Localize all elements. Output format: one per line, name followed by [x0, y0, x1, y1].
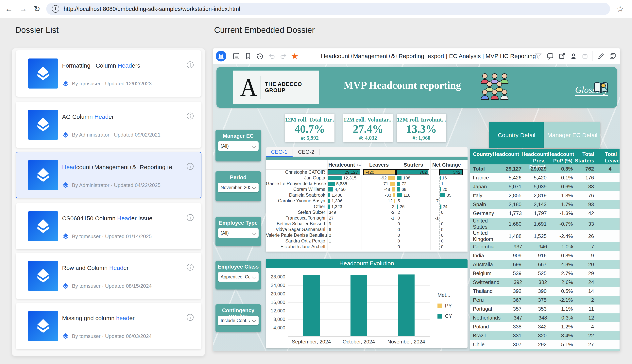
- dossier-card[interactable]: Headcount+Management+&+Reporting+e... By…: [16, 152, 201, 198]
- country-col-header[interactable]: Headcount PoP (%): [547, 148, 575, 164]
- comment-icon[interactable]: [545, 51, 555, 61]
- y-axis-line: [288, 273, 288, 336]
- country-col-header[interactable]: Headcount: [493, 148, 521, 164]
- dossier-card[interactable]: Missing grid column header By tqmsuser ·…: [16, 303, 201, 349]
- net-change-axis: [439, 181, 440, 186]
- dossier-card-title[interactable]: Formatting - Column Headers: [62, 62, 173, 69]
- grid-header-starters[interactable]: Starters: [396, 160, 430, 169]
- cell-leavers: [362, 227, 396, 232]
- forward-icon[interactable]: →: [18, 4, 29, 14]
- tab-ceo-2[interactable]: CEO-2: [293, 147, 320, 157]
- grid-header-leavers[interactable]: Leavers: [362, 160, 396, 169]
- kpi-count: #: 1,960: [397, 135, 446, 141]
- manager-name: Vidya Sagar Gannamani: [266, 227, 327, 232]
- country-col-header[interactable]: Country: [470, 148, 493, 164]
- info-icon[interactable]: [186, 314, 194, 321]
- headcount-bar: [328, 199, 330, 203]
- info-icon[interactable]: [186, 264, 194, 271]
- country-value: 27: [575, 342, 596, 348]
- filter-dropdown[interactable]: (All): [218, 228, 259, 238]
- dossier-card[interactable]: Row and Column Header By tqmsuser · Upda…: [16, 253, 201, 299]
- dossier-card-title[interactable]: AG Column Header: [62, 114, 173, 120]
- tab-manager-ec-detail[interactable]: Manager EC Detail: [544, 122, 600, 148]
- dossier-card-title[interactable]: Row and Column Header: [62, 264, 173, 271]
- account-icon[interactable]: [568, 51, 579, 61]
- dossier-canvas: A THE ADECCO GROUP MVP Headcount reporti…: [213, 64, 620, 351]
- dossier-card[interactable]: CS0684150 Column Header Issue By tqmsuse…: [16, 203, 201, 250]
- cell-headcount: 12,315: [327, 175, 362, 181]
- manager-grid: Headcount↓≡ Leavers Starters Net Change …: [266, 157, 467, 252]
- chevron-down-icon: [252, 186, 256, 190]
- cell-netchange: 0: [430, 238, 462, 244]
- kpi-count: #: 4,032: [343, 135, 393, 141]
- country-value: 342: [524, 324, 549, 330]
- site-info-icon[interactable]: i: [52, 5, 59, 13]
- country-name: Peru: [470, 297, 494, 303]
- leavers-value: -48: [384, 187, 390, 192]
- country-value: 1,691: [524, 221, 549, 227]
- dossier-card[interactable]: AG Column Header By Administrator · Upda…: [16, 102, 201, 148]
- country-col-header[interactable]: Total Leavers: [597, 148, 619, 164]
- favorite-star-icon[interactable]: ★: [290, 51, 300, 61]
- info-icon[interactable]: [186, 61, 194, 68]
- country-col-header[interactable]: Total Starters: [575, 148, 597, 164]
- reload-icon[interactable]: ↻: [32, 4, 42, 14]
- leavers-value: -420: [366, 170, 374, 174]
- tab-separator: [319, 149, 320, 155]
- dossier-mini-icon: [62, 233, 69, 240]
- grid-header-netchange[interactable]: Net Change: [430, 160, 462, 169]
- embedded-dossier-title: Current Embedded Dossier: [214, 25, 315, 35]
- country-value: 2.7%: [549, 270, 575, 276]
- netchange-value: 85: [447, 193, 451, 198]
- address-bar[interactable]: i http://localhost:8080/embedding-sdk-sa…: [46, 3, 610, 15]
- net-change-axis: [439, 232, 440, 238]
- people-group-icon: [479, 73, 511, 102]
- card-title-post: er: [109, 114, 114, 120]
- glossary-book-icon: [593, 81, 609, 95]
- cell-netchange: 24: [430, 204, 462, 210]
- cell-netchange: 0: [430, 232, 462, 238]
- dossier-card-title[interactable]: Missing grid column header: [62, 315, 173, 322]
- info-icon[interactable]: [186, 112, 194, 120]
- redo-icon[interactable]: [278, 51, 288, 61]
- mstr-logo-icon[interactable]: [216, 51, 226, 62]
- country-value: 1,680: [494, 221, 524, 227]
- filter-dropdown[interactable]: (All): [218, 141, 259, 151]
- filter-dropdown[interactable]: Apprentice, Consult...: [218, 272, 259, 282]
- dossier-card[interactable]: Formatting - Column Headers By tqmsuser …: [16, 50, 201, 97]
- info-icon[interactable]: [186, 214, 194, 221]
- dossier-card-title[interactable]: CS0684150 Column Header Issue: [62, 215, 173, 222]
- info-icon[interactable]: [186, 163, 194, 170]
- kpi-value: 13.3%: [397, 123, 446, 135]
- filter-dropdown[interactable]: Include Cont. worker: [218, 316, 259, 325]
- table-of-contents-icon[interactable]: [231, 51, 241, 61]
- legend-swatch: [437, 304, 442, 308]
- tab-ceo-1[interactable]: CEO-1: [266, 147, 293, 157]
- back-icon[interactable]: ←: [4, 4, 14, 14]
- bookmark-icon[interactable]: [243, 51, 253, 61]
- bookmark-star-icon[interactable]: ☆: [616, 4, 624, 14]
- country-col-header[interactable]: Headcount Prev. Period: [521, 148, 547, 164]
- manager-name: Valerie Paule Denise Beaulieu: [266, 232, 327, 238]
- duplicate-icon[interactable]: [607, 51, 618, 61]
- country-value: 22: [575, 332, 596, 339]
- grid-header-headcount[interactable]: Headcount↓≡: [327, 160, 362, 169]
- tab-country-detail[interactable]: Country Detail: [489, 122, 544, 148]
- leavers-value: -2: [390, 210, 394, 214]
- filter-dropdown[interactable]: November, 2024:1:1: [218, 183, 259, 192]
- undo-icon[interactable]: [267, 51, 277, 61]
- country-row: Peru367375-2.1%2: [470, 296, 619, 304]
- netchange-value: 0: [441, 244, 443, 249]
- country-value: 1.7%: [549, 201, 575, 208]
- cell-headcount: 1,396: [327, 198, 362, 204]
- starters-value: 0: [398, 233, 400, 238]
- cell-starters: 68: [396, 186, 430, 192]
- url-text[interactable]: http://localhost:8080/embedding-sdk-samp…: [64, 6, 240, 12]
- bot-icon[interactable]: [580, 51, 590, 61]
- share-icon[interactable]: [557, 51, 567, 61]
- edit-pencil-icon[interactable]: [596, 51, 606, 61]
- filter-icon[interactable]: [533, 51, 543, 61]
- dossier-card-title[interactable]: Headcount+Management+&+Reporting+e...: [62, 164, 173, 170]
- history-reset-icon[interactable]: [255, 51, 265, 61]
- cell-starters: 108: [396, 175, 430, 181]
